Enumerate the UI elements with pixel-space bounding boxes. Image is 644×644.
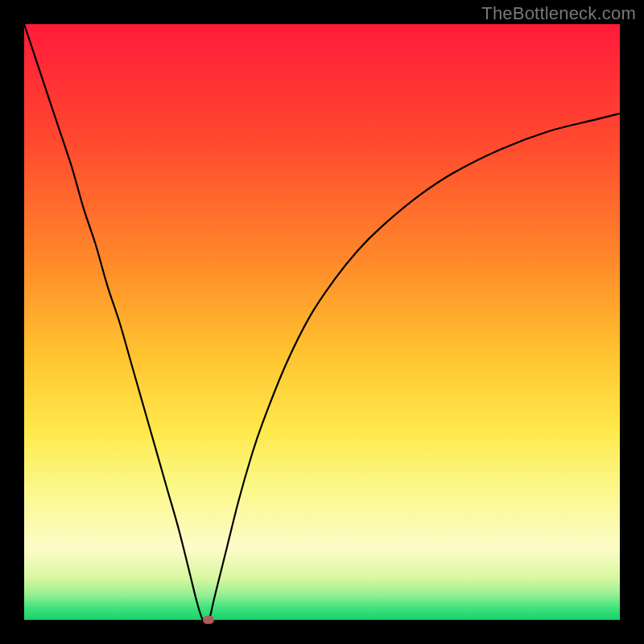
optimal-point-marker [203,616,214,624]
chart-plot-area [24,24,620,620]
chart-frame: TheBottleneck.com [0,0,644,644]
bottleneck-curve [24,24,620,620]
watermark-label: TheBottleneck.com [481,3,636,24]
